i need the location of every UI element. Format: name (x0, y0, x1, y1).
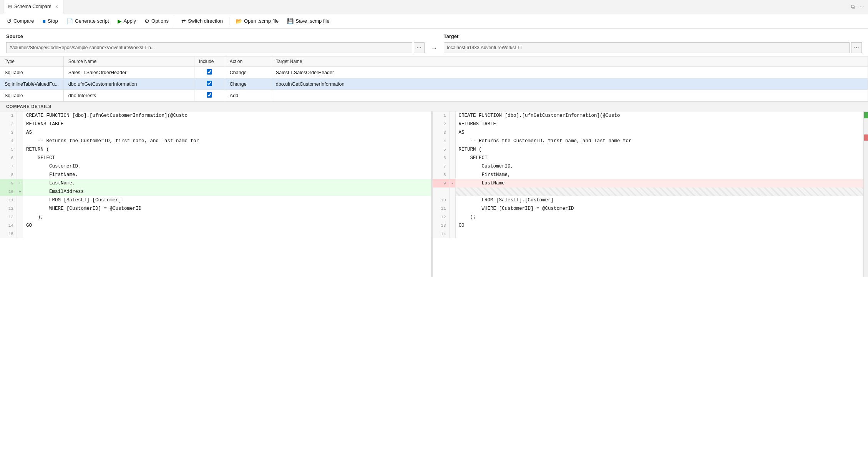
table-row[interactable]: SqlTable dbo.Interests Add (0, 90, 868, 101)
source-input-row: ··· (6, 42, 425, 53)
col-header-include: Include (194, 56, 225, 67)
diff-line: 12 WHERE [CustomerID] = @CustomerID (0, 204, 431, 213)
line-marker (450, 196, 456, 204)
scrollbar-thumb-removed (864, 134, 868, 141)
tab-actions: ⧉ ··· (850, 3, 865, 11)
cell-include (194, 67, 225, 78)
line-content: GO (23, 221, 431, 230)
include-checkbox[interactable] (207, 81, 212, 86)
table-row[interactable]: SqlInlineTableValuedFu... dbo.ufnGetCust… (0, 78, 868, 90)
source-label: Source (6, 33, 425, 39)
line-marker (450, 128, 456, 137)
line-marker (17, 145, 23, 154)
generate-script-button[interactable]: 📄 Generate script (63, 17, 113, 26)
line-content: CustomerID, (456, 162, 864, 171)
open-scmp-label: Open .scmp file (244, 18, 279, 24)
diff-line: 2RETURNS TABLE (433, 120, 864, 128)
diff-line: 5RETURN ( (0, 145, 431, 154)
line-content: EmailAddress (23, 188, 431, 196)
line-marker (17, 221, 23, 230)
line-marker (450, 204, 456, 213)
save-scmp-button[interactable]: 💾 Save .scmp file (283, 17, 333, 26)
stop-button[interactable]: ■ Stop (38, 17, 61, 26)
source-target-area: Source ··· → Target ··· (0, 29, 868, 56)
split-editor-button[interactable]: ⧉ (850, 3, 856, 11)
scrollbar-thumb-added (864, 112, 868, 118)
col-header-target: Target Name (271, 56, 868, 67)
line-marker (17, 120, 23, 128)
target-dots-button[interactable]: ··· (851, 42, 862, 53)
diff-line: 13GO (433, 221, 864, 230)
separator-1 (175, 17, 175, 25)
line-number: 14 (433, 230, 450, 238)
diff-line: 13 ); (0, 213, 431, 221)
cell-source: dbo.Interests (63, 90, 194, 101)
include-checkbox[interactable] (207, 69, 212, 75)
stop-label: Stop (48, 18, 58, 24)
line-number: 6 (0, 154, 17, 162)
target-input[interactable] (444, 42, 850, 53)
line-number: 9 (433, 179, 450, 188)
cell-include (194, 90, 225, 101)
apply-button[interactable]: ▶ Apply (114, 17, 140, 26)
separator-2 (229, 17, 229, 25)
line-number: 1 (0, 111, 17, 120)
diff-line: 1CREATE FUNCTION [dbo].[ufnGetCustomerIn… (433, 111, 864, 120)
cell-source: dbo.ufnGetCustomerInformation (63, 78, 194, 90)
line-content: FROM [SalesLT].[Customer] (456, 196, 864, 204)
line-number: 2 (0, 120, 17, 128)
left-diff-pane[interactable]: 1CREATE FUNCTION [dbo].[ufnGetCustomerIn… (0, 111, 431, 277)
diff-container: 1CREATE FUNCTION [dbo].[ufnGetCustomerIn… (0, 111, 868, 277)
diff-line: 6 SELECT (433, 154, 864, 162)
line-marker (450, 162, 456, 171)
include-checkbox[interactable] (207, 92, 212, 98)
diff-line: 6 SELECT (0, 154, 431, 162)
compare-button[interactable]: ↺ Compare (3, 17, 38, 26)
line-marker (450, 145, 456, 154)
diff-line: 1CREATE FUNCTION [dbo].[ufnGetCustomerIn… (0, 111, 431, 120)
source-input[interactable] (6, 42, 412, 53)
cell-type: SqlInlineTableValuedFu... (0, 78, 63, 90)
table-body: SqlTable SalesLT.SalesOrderHeader Change… (0, 67, 868, 101)
line-content: GO (456, 221, 864, 230)
source-dots-button[interactable]: ··· (414, 42, 425, 53)
compare-table: Type Source Name Include Action Target N… (0, 56, 868, 101)
line-marker (450, 171, 456, 179)
open-scmp-button[interactable]: 📂 Open .scmp file (232, 17, 282, 26)
line-number: 4 (433, 137, 450, 145)
tab-close-button[interactable]: × (55, 3, 58, 10)
more-actions-button[interactable]: ··· (859, 3, 865, 10)
line-marker (17, 171, 23, 179)
cell-source: SalesLT.SalesOrderHeader (63, 67, 194, 78)
cell-action: Add (225, 90, 271, 101)
line-marker: + (17, 179, 23, 188)
table-row[interactable]: SqlTable SalesLT.SalesOrderHeader Change… (0, 67, 868, 78)
line-marker (450, 213, 456, 221)
line-number: 8 (0, 171, 17, 179)
diff-line: 4 -- Returns the CustomerID, first name,… (0, 137, 431, 145)
source-column: Source ··· (6, 33, 425, 53)
options-icon: ⚙ (144, 18, 149, 24)
schema-compare-tab[interactable]: ⊞ Schema Compare × (3, 0, 63, 13)
right-diff-pane[interactable]: 1CREATE FUNCTION [dbo].[ufnGetCustomerIn… (433, 111, 864, 277)
line-number: 13 (0, 213, 17, 221)
generate-script-label: Generate script (75, 18, 109, 24)
cell-target: SalesLT.SalesOrderHeader (271, 67, 868, 78)
line-content: AS (23, 128, 431, 137)
cell-action: Change (225, 67, 271, 78)
line-marker (17, 154, 23, 162)
options-button[interactable]: ⚙ Options (141, 17, 173, 26)
cell-target (271, 90, 868, 101)
line-number: 7 (0, 162, 17, 171)
scrollbar-track[interactable] (863, 111, 868, 277)
switch-direction-label: Switch direction (188, 18, 223, 24)
diff-line: 10 FROM [SalesLT].[Customer] (433, 196, 864, 204)
switch-direction-button[interactable]: ⇄ Switch direction (178, 17, 227, 26)
line-content: WHERE [CustomerID] = @CustomerID (23, 204, 431, 213)
line-number: 13 (433, 221, 450, 230)
diff-line: 3AS (433, 128, 864, 137)
diff-line: 5RETURN ( (433, 145, 864, 154)
line-marker (17, 137, 23, 145)
col-header-action: Action (225, 56, 271, 67)
apply-icon: ▶ (118, 18, 122, 24)
